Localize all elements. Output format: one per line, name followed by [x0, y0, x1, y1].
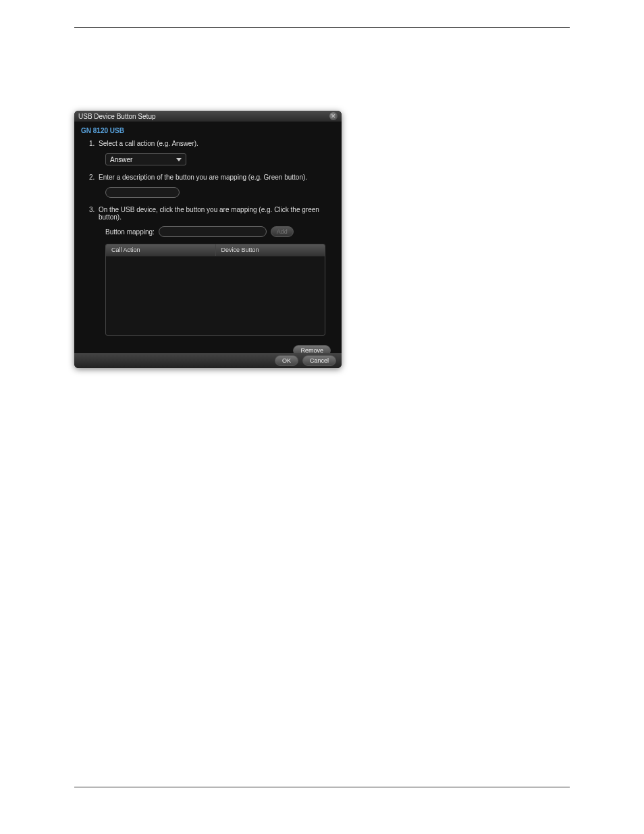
- step-2-text: Enter a description of the button you ar…: [99, 174, 307, 181]
- dialog-footer: OK Cancel: [74, 353, 342, 368]
- step-1: 1. Select a call action (e.g. Answer).: [74, 137, 342, 150]
- step-3-number: 3.: [89, 206, 95, 213]
- dialog-titlebar: USB Device Button Setup ✕: [74, 111, 342, 122]
- ok-button[interactable]: OK: [275, 355, 298, 366]
- step-3: 3. On the USB device, click the button y…: [74, 203, 342, 224]
- step-1-number: 1.: [89, 140, 95, 147]
- call-action-selected: Answer: [110, 156, 132, 163]
- page-rule-top: [74, 27, 570, 28]
- button-description-input[interactable]: [105, 187, 180, 198]
- add-button-label: Add: [277, 228, 288, 235]
- mapping-table-header: Call Action Device Button: [106, 244, 325, 257]
- step-2: 2. Enter a description of the button you…: [74, 171, 342, 184]
- step-1-text: Select a call action (e.g. Answer).: [99, 140, 198, 147]
- mapping-table: Call Action Device Button: [105, 244, 325, 336]
- close-icon[interactable]: ✕: [329, 112, 338, 120]
- call-action-dropdown[interactable]: Answer: [105, 153, 186, 165]
- page-rule-bottom: [74, 787, 570, 787]
- col-call-action: Call Action: [106, 244, 216, 256]
- button-mapping-label: Button mapping:: [105, 228, 155, 236]
- device-name-subtitle: GN 8120 USB: [74, 122, 342, 137]
- step-2-number: 2.: [89, 174, 95, 181]
- cancel-button[interactable]: Cancel: [302, 355, 336, 366]
- chevron-down-icon: [176, 158, 182, 161]
- usb-device-button-setup-dialog: USB Device Button Setup ✕ GN 8120 USB 1.…: [74, 111, 342, 368]
- button-mapping-row: Button mapping: Add: [74, 224, 342, 241]
- dialog-title: USB Device Button Setup: [78, 113, 156, 120]
- cancel-button-label: Cancel: [310, 357, 329, 364]
- ok-button-label: OK: [282, 357, 291, 364]
- step-3-text: On the USB device, click the button you …: [99, 206, 319, 221]
- col-device-button: Device Button: [216, 244, 325, 256]
- button-mapping-input[interactable]: [159, 226, 267, 237]
- add-button[interactable]: Add: [271, 226, 294, 237]
